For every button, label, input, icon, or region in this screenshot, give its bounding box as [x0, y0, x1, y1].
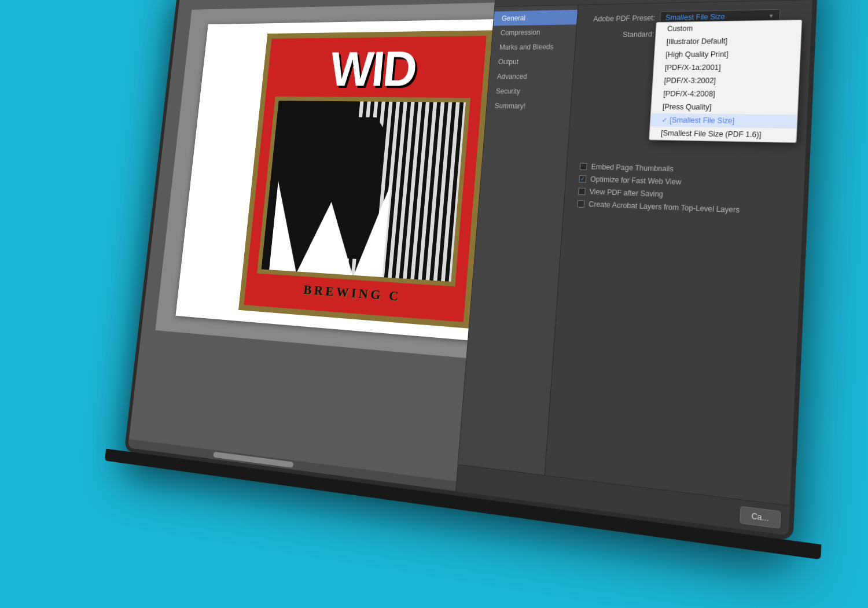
- sidebar-item-security[interactable]: Security: [488, 84, 572, 99]
- sidebar-item-output[interactable]: Output: [490, 54, 575, 69]
- preset-dropdown-menu: Custom [Illustrator Default] [High Quali…: [649, 20, 802, 143]
- laptop-screen:  Illustrator File Edit Object Type Sele…: [124, 0, 819, 541]
- dropdown-item-smallest-size-label: [Smallest File Size]: [670, 116, 735, 125]
- dropdown-item-pdfx1a[interactable]: [PDF/X-1a:2001]: [653, 61, 800, 75]
- checkbox-view-label: View PDF after Saving: [589, 187, 663, 198]
- sidebar-item-summary[interactable]: Summary!: [487, 98, 571, 114]
- sidebar-item-general[interactable]: General: [494, 10, 578, 26]
- sidebar-item-compression[interactable]: Compression: [492, 24, 577, 40]
- sidebar-item-advanced[interactable]: Advanced: [489, 69, 573, 84]
- illustrator-canvas: WID: [128, 0, 814, 535]
- dropdown-item-smallest-pdf16[interactable]: [Smallest File Size (PDF 1.6)]: [649, 126, 796, 142]
- dropdown-item-pdfx3[interactable]: [PDF/X-3:2002]: [653, 74, 799, 87]
- label-bottom-text: BREWING C: [303, 282, 402, 304]
- checkbox-acrobat[interactable]: [577, 200, 584, 208]
- dropdown-item-illustrator-default[interactable]: [Illustrator Default]: [655, 34, 801, 48]
- cancel-button[interactable]: Ca...: [740, 506, 781, 528]
- dropdown-item-custom[interactable]: Custom: [656, 20, 801, 35]
- checkmark-icon: ✓: [661, 116, 667, 124]
- sidebar-item-marks-bleeds[interactable]: Marks and Bleeds: [491, 39, 576, 55]
- save-pdf-dialog: Save Adobe PDF General Compression Marks…: [455, 0, 813, 535]
- dialog-main-content: Adobe PDF Preset: Smallest File Size ▼ S…: [545, 0, 812, 506]
- checkbox-thumbnails[interactable]: [580, 163, 587, 171]
- checkbox-acrobat-label: Create Acrobat Layers from Top-Level Lay…: [589, 200, 740, 215]
- dropdown-item-high-quality[interactable]: [High Quality Print]: [654, 47, 800, 61]
- checkbox-view[interactable]: [578, 188, 586, 196]
- checkbox-thumbnails-label: Embed Page Thumbnails: [591, 163, 674, 173]
- checkbox-row-thumbnails: Embed Page Thumbnails: [576, 162, 795, 176]
- preset-dropdown-arrow: ▼: [768, 13, 774, 19]
- label-top-text: WID: [328, 41, 418, 97]
- label-emblem: [257, 97, 470, 287]
- checkboxes-section: Embed Page Thumbnails ✓ Optimize for Fas…: [573, 162, 794, 216]
- checkbox-optimize-check: ✓: [580, 176, 585, 182]
- preset-label: Adobe PDF Preset:: [586, 14, 655, 23]
- standard-label: Standard:: [585, 30, 654, 39]
- laptop-wrapper:  Illustrator File Edit Object Type Sele…: [124, 0, 819, 541]
- checkbox-optimize[interactable]: ✓: [579, 175, 586, 183]
- label-artwork: WID: [238, 30, 492, 328]
- dropdown-item-press-quality[interactable]: [Press Quality]: [651, 100, 798, 115]
- dialog-body: General Compression Marks and Bleeds Out…: [458, 0, 812, 506]
- checkbox-optimize-label: Optimize for Fast Web View: [590, 175, 682, 186]
- dropdown-item-pdfx4[interactable]: [PDF/X-4:2008]: [652, 87, 798, 101]
- page-background:  Illustrator File Edit Object Type Sele…: [0, 0, 868, 608]
